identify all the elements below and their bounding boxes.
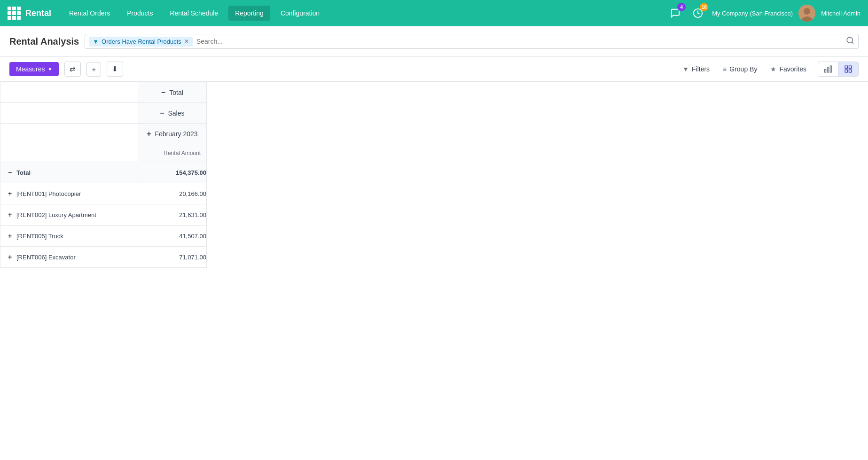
- chat-icon-btn[interactable]: 4: [667, 5, 684, 22]
- nav-rental-orders[interactable]: Rental Orders: [63, 6, 117, 21]
- row-label-cell-total[interactable]: −Total: [0, 162, 138, 183]
- groupby-button[interactable]: ≡ Group By: [717, 62, 763, 76]
- row-label-spacer-4: [0, 144, 138, 162]
- filter-tag-icon: ▼: [93, 38, 99, 45]
- row-value-luxury-apartment: 21,631.00: [138, 204, 206, 226]
- nav-icons: 4 18 My Company (San Francisco) Mitchell…: [667, 5, 860, 22]
- search-icon: [846, 36, 854, 45]
- row-label-cell-excavator[interactable]: +[RENT006] Excavator: [0, 247, 138, 268]
- search-bar: ▼ Orders Have Rental Products ✕: [85, 34, 859, 49]
- row-name-excavator: [RENT006] Excavator: [16, 254, 76, 261]
- app-name: Rental: [25, 8, 51, 18]
- favorites-button[interactable]: ★ Favorites: [765, 62, 812, 76]
- measures-arrow-icon: ▼: [47, 67, 52, 72]
- table-row: +[RENT001] Photocopier20,166.00: [0, 183, 207, 204]
- grid-icon: [8, 7, 21, 20]
- filters-button[interactable]: ▼ Filters: [677, 62, 715, 76]
- col-sales-collapse-icon[interactable]: −: [160, 109, 164, 117]
- add-button[interactable]: +: [86, 62, 101, 77]
- svg-rect-9: [845, 66, 847, 68]
- filter-controls: ▼ Filters ≡ Group By ★ Favorites: [677, 62, 812, 76]
- nav-configuration[interactable]: Configuration: [274, 6, 326, 21]
- svg-point-4: [847, 37, 852, 43]
- col-total-collapse-icon[interactable]: −: [161, 88, 165, 97]
- nav-rental-schedule[interactable]: Rental Schedule: [163, 6, 225, 21]
- search-button[interactable]: [846, 36, 854, 47]
- row-collapse-icon[interactable]: −: [6, 169, 14, 176]
- row-name-total: Total: [16, 169, 31, 176]
- app-logo[interactable]: Rental: [8, 7, 51, 20]
- filters-icon: ▼: [682, 65, 689, 73]
- row-value-truck: 41,507.00: [138, 226, 206, 247]
- activity-icon-btn[interactable]: 18: [689, 5, 706, 22]
- svg-rect-8: [825, 70, 826, 72]
- row-name-photocopier: [RENT001] Photocopier: [16, 190, 81, 197]
- row-expand-icon[interactable]: +: [6, 232, 14, 240]
- row-expand-icon[interactable]: +: [6, 253, 14, 261]
- chart-view-button[interactable]: [818, 62, 838, 76]
- swap-icon: ⇄: [70, 65, 76, 73]
- download-button[interactable]: ⬇: [107, 62, 123, 77]
- row-name-luxury-apartment: [RENT002] Luxury Apartment: [16, 211, 96, 218]
- row-label-spacer-3: [0, 124, 138, 144]
- pivot-icon: [844, 65, 852, 73]
- table-row: −Total154,375.00: [0, 162, 207, 183]
- svg-rect-11: [845, 70, 847, 72]
- pivot-container: − Total − Sales: [0, 82, 868, 268]
- pivot-view-button[interactable]: [838, 62, 858, 76]
- page-header: Rental Analysis ▼ Orders Have Rental Pro…: [0, 26, 868, 57]
- svg-rect-7: [828, 68, 829, 72]
- col-total-label: Total: [169, 89, 183, 96]
- col-header-row: − Total: [0, 82, 207, 103]
- pivot-body: −Total154,375.00+[RENT001] Photocopier20…: [0, 162, 207, 268]
- favorites-label: Favorites: [779, 65, 806, 73]
- filter-tag: ▼ Orders Have Rental Products ✕: [89, 37, 193, 47]
- groupby-label: Group By: [729, 65, 757, 73]
- activity-badge: 18: [700, 3, 708, 11]
- measures-label: Measures: [16, 65, 45, 73]
- col-header-total: − Total: [138, 82, 206, 103]
- row-expand-icon[interactable]: +: [6, 211, 14, 218]
- col-feb-label: February 2023: [155, 130, 197, 138]
- pivot-table: − Total − Sales: [0, 82, 207, 268]
- svg-rect-6: [830, 66, 832, 72]
- svg-point-2: [804, 8, 810, 15]
- download-icon: ⬇: [112, 65, 118, 73]
- toolbar: Measures ▼ ⇄ + ⬇ ▼ Filters ≡ Group By ★ …: [0, 57, 868, 82]
- table-row: +[RENT005] Truck41,507.00: [0, 226, 207, 247]
- row-value-excavator: 71,071.00: [138, 247, 206, 268]
- col-feb-expand-icon[interactable]: +: [147, 130, 151, 138]
- measures-button[interactable]: Measures ▼: [9, 62, 59, 76]
- row-name-truck: [RENT005] Truck: [16, 233, 63, 240]
- nav-reporting[interactable]: Reporting: [228, 6, 270, 21]
- col-subsubheader-row: + February 2023: [0, 124, 207, 144]
- row-label-cell-truck[interactable]: +[RENT005] Truck: [0, 226, 138, 247]
- table-row: +[RENT002] Luxury Apartment21,631.00: [0, 204, 207, 226]
- nav-products[interactable]: Products: [120, 6, 159, 21]
- company-label[interactable]: My Company (San Francisco): [712, 10, 793, 17]
- chart-icon: [824, 65, 832, 73]
- filter-tag-close[interactable]: ✕: [184, 39, 189, 44]
- add-icon: +: [92, 65, 96, 73]
- view-toggle: [818, 62, 859, 77]
- row-expand-icon[interactable]: +: [6, 190, 14, 197]
- filter-tag-label: Orders Have Rental Products: [102, 38, 181, 45]
- row-value-photocopier: 20,166.00: [138, 183, 206, 204]
- row-label-cell-luxury-apartment[interactable]: +[RENT002] Luxury Apartment: [0, 204, 138, 226]
- svg-rect-12: [849, 70, 852, 72]
- search-input[interactable]: [196, 38, 842, 45]
- row-label-spacer-2: [0, 103, 138, 124]
- col-subsubheader-feb: + February 2023: [138, 124, 206, 144]
- col-sales-label: Sales: [168, 109, 184, 117]
- svg-rect-10: [849, 66, 852, 68]
- filters-label: Filters: [692, 65, 710, 73]
- avatar[interactable]: [798, 5, 815, 22]
- chat-badge: 4: [677, 3, 686, 11]
- swap-button[interactable]: ⇄: [64, 62, 81, 77]
- measure-header: Rental Amount: [138, 144, 206, 162]
- row-label-cell-photocopier[interactable]: +[RENT001] Photocopier: [0, 183, 138, 204]
- admin-label[interactable]: Mitchell Admin: [821, 10, 860, 17]
- row-label-spacer-1: [0, 82, 138, 103]
- top-navigation: Rental Rental Orders Products Rental Sch…: [0, 0, 868, 26]
- main-page: Rental Analysis ▼ Orders Have Rental Pro…: [0, 26, 868, 460]
